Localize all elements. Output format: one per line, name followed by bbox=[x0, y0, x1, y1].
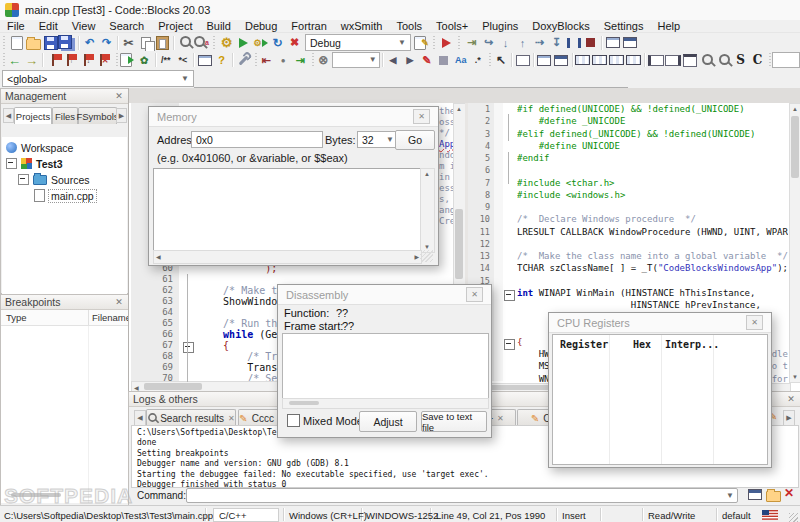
menu-file[interactable]: File bbox=[0, 20, 32, 32]
incsearch-regex-icon[interactable]: .* bbox=[469, 52, 486, 68]
doxy-line-comment-icon[interactable]: *< bbox=[174, 52, 191, 68]
menu-doxyblocks[interactable]: DoxyBlocks bbox=[525, 20, 596, 32]
wxs-sizer-flex-icon[interactable] bbox=[625, 52, 642, 68]
clear-bookmarks-icon[interactable]: ✕ bbox=[96, 52, 113, 68]
adjust-button[interactable]: Adjust bbox=[359, 411, 417, 432]
wxs-zoom-out-icon[interactable] bbox=[715, 52, 732, 68]
doxy-settings-icon[interactable] bbox=[235, 52, 252, 68]
incsearch-prev-icon[interactable]: ◀ bbox=[384, 52, 401, 68]
next-bookmark-icon[interactable]: ↓ bbox=[79, 52, 96, 68]
memory-hscrollbar[interactable]: ◀ ▶ bbox=[153, 250, 422, 264]
build-and-run-icon[interactable]: ⚙ bbox=[252, 35, 269, 51]
incsearch-selected-icon[interactable] bbox=[435, 52, 452, 68]
close-icon[interactable]: ✕ bbox=[466, 287, 483, 302]
step-into-icon[interactable]: ↓ bbox=[497, 35, 514, 51]
logs-tab-scroll-right[interactable]: ▶ bbox=[783, 410, 795, 426]
menu-tools-[interactable]: Tools+ bbox=[429, 20, 475, 32]
log-tab-search-results[interactable]: Search results✕ bbox=[146, 409, 236, 426]
clear-log-icon[interactable]: ✕ bbox=[784, 486, 794, 500]
fold-marker-icon[interactable] bbox=[504, 290, 515, 301]
new-file-icon[interactable] bbox=[8, 35, 25, 51]
doxy-help-icon[interactable]: ? bbox=[213, 52, 230, 68]
debug-continue-icon[interactable] bbox=[438, 35, 455, 51]
wxs-zoom-in-icon[interactable] bbox=[698, 52, 715, 68]
menu-plugins[interactable]: Plugins bbox=[475, 20, 525, 32]
expander-icon[interactable] bbox=[18, 174, 29, 185]
doxy-file-comment-icon[interactable] bbox=[196, 52, 213, 68]
menu-wxsmith[interactable]: wxSmith bbox=[334, 20, 390, 32]
run-icon[interactable] bbox=[235, 35, 252, 51]
incsearch-highlight-icon[interactable]: ✎ bbox=[418, 52, 435, 68]
wxs-window-icon[interactable] bbox=[514, 52, 531, 68]
run-to-cursor-icon[interactable]: ⇥ bbox=[463, 35, 480, 51]
close-tab-icon[interactable]: ✕ bbox=[228, 414, 235, 423]
address-input[interactable]: 0x0 bbox=[191, 131, 323, 148]
nav-back-icon[interactable]: ← bbox=[6, 52, 23, 68]
wxs-dialog-icon[interactable] bbox=[536, 52, 553, 68]
memory-window-titlebar[interactable]: Memory ✕ bbox=[149, 107, 438, 127]
memory-vscrollbar[interactable]: ▲ ▼ bbox=[420, 168, 435, 253]
incsearch-clear-icon[interactable]: ⊗ bbox=[315, 52, 332, 68]
fold-marker-icon[interactable] bbox=[504, 339, 515, 350]
doxy-extract-icon[interactable] bbox=[119, 52, 136, 68]
abort-build-icon[interactable]: ✖ bbox=[286, 35, 303, 51]
menu-edit[interactable]: Edit bbox=[32, 20, 65, 32]
close-icon[interactable]: ✕ bbox=[113, 91, 125, 101]
statusbar-resize-grip[interactable] bbox=[789, 513, 798, 522]
nav-forward-icon[interactable]: → bbox=[23, 52, 40, 68]
disassembly-text-area[interactable] bbox=[282, 333, 489, 399]
next-instruction-icon[interactable]: ⇢ bbox=[531, 35, 548, 51]
doxy-block-comment-icon[interactable]: /** bbox=[157, 52, 174, 68]
cpu-registers-titlebar[interactable]: CPU Registers ✕ bbox=[549, 313, 771, 333]
mixed-mode-checkbox[interactable] bbox=[287, 414, 300, 427]
us-flag-icon[interactable] bbox=[762, 510, 778, 520]
break-debugger-icon[interactable] bbox=[565, 35, 582, 51]
wxs-sizer-v-icon[interactable] bbox=[591, 52, 608, 68]
tab-files[interactable]: Files bbox=[52, 107, 78, 124]
folder-icon[interactable] bbox=[766, 491, 781, 502]
bytes-combo[interactable]: 32 ▼ bbox=[357, 131, 399, 148]
column-interpretation[interactable]: Interp... bbox=[665, 339, 719, 350]
rebuild-icon[interactable]: ↻ bbox=[269, 35, 286, 51]
close-icon[interactable]: ✕ bbox=[785, 394, 797, 404]
tab-scroll-right[interactable]: ▶ bbox=[116, 108, 127, 123]
menu-settings[interactable]: Settings bbox=[597, 20, 651, 32]
jump-current-icon[interactable]: ● bbox=[275, 52, 292, 68]
paste-icon[interactable] bbox=[154, 35, 171, 51]
step-out-icon[interactable]: ↑ bbox=[514, 35, 531, 51]
wxs-border-left-icon[interactable] bbox=[647, 52, 664, 68]
close-tab-icon[interactable]: ✕ bbox=[497, 414, 504, 423]
column-hex[interactable]: Hex bbox=[613, 339, 651, 350]
wxs-pointer-icon[interactable]: ↖ bbox=[492, 52, 509, 68]
cut-icon[interactable]: ✂ bbox=[120, 35, 137, 51]
go-button[interactable]: Go bbox=[395, 130, 435, 150]
undo-icon[interactable]: ↶ bbox=[81, 35, 98, 51]
resize-grip[interactable] bbox=[420, 250, 433, 262]
wxs-sizer-grid-icon[interactable] bbox=[608, 52, 625, 68]
prev-bookmark-icon[interactable]: ↑ bbox=[62, 52, 79, 68]
memory-dump-area[interactable] bbox=[153, 168, 422, 252]
command-input[interactable]: ▼ bbox=[186, 488, 738, 503]
menu-build[interactable]: Build bbox=[199, 20, 237, 32]
close-icon[interactable]: ✕ bbox=[746, 315, 763, 330]
save-to-text-file-button[interactable]: Save to text file bbox=[421, 411, 487, 432]
wxs-border-top-icon[interactable] bbox=[681, 52, 698, 68]
menu-project[interactable]: Project bbox=[151, 20, 199, 32]
menu-debug[interactable]: Debug bbox=[238, 20, 284, 32]
doxy-view-icon[interactable]: ✿ bbox=[136, 52, 153, 68]
close-icon[interactable]: ✕ bbox=[113, 297, 125, 307]
menu-help[interactable]: Help bbox=[650, 20, 687, 32]
step-into-instruction-icon[interactable]: ↧ bbox=[548, 35, 565, 51]
column-type[interactable]: Type bbox=[6, 312, 27, 323]
breakpoints-list[interactable] bbox=[1, 326, 129, 503]
scope-combo[interactable]: <global> ▼ bbox=[2, 70, 194, 87]
file-edit-icon[interactable]: ✎ bbox=[413, 35, 430, 51]
tree-item-sources[interactable]: Sources bbox=[18, 172, 90, 187]
next-line-icon[interactable]: ↪ bbox=[480, 35, 497, 51]
jump-forward-icon[interactable]: ⇥ bbox=[292, 52, 309, 68]
menu-fortran[interactable]: Fortran bbox=[284, 20, 333, 32]
registers-list[interactable]: Register Hex Interp... bbox=[552, 334, 768, 465]
incremental-search-input[interactable]: ▼ bbox=[332, 52, 380, 68]
tab-scroll-left[interactable]: ◀ bbox=[3, 108, 14, 123]
stop-debugger-icon[interactable] bbox=[582, 35, 599, 51]
